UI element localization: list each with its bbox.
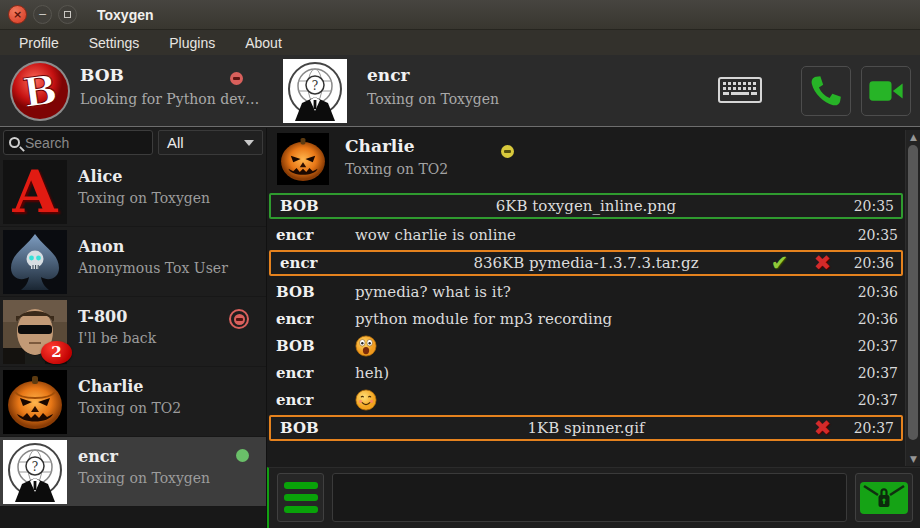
message-text: python module for mp3 recording: [355, 310, 851, 328]
message-time: 20:37: [851, 338, 905, 354]
search-row: All: [0, 128, 266, 157]
message-emoji: [355, 389, 851, 411]
svg-text:?: ?: [312, 79, 318, 93]
file-label: 6KB toxygen_inline.png: [271, 195, 901, 217]
search-icon: [9, 137, 20, 148]
contact-status-message: I'll be back: [78, 330, 156, 346]
chat-contact-card[interactable]: Charlie Toxing on TO2: [269, 131, 904, 187]
peer-header: ? encr Toxing on Toxygen: [267, 55, 920, 126]
unread-count-badge: 2: [41, 341, 72, 364]
message-row: BOB pymedia? what is it? 20:36: [267, 278, 905, 305]
phone-icon: [809, 74, 843, 108]
message-row: encr 20:37: [267, 386, 905, 413]
search-box[interactable]: [3, 130, 153, 155]
chat-card-away-status-icon: [501, 145, 514, 158]
message-sender: encr: [267, 391, 355, 409]
maximize-icon[interactable]: [58, 5, 77, 24]
message-text: wow charlie is online: [355, 226, 851, 244]
file-label: 1KB spinner.gif: [271, 417, 901, 439]
message-time: 20:36: [851, 311, 905, 327]
self-name: BOB: [80, 65, 124, 85]
svg-text:?: ?: [32, 460, 38, 474]
decline-file-icon[interactable]: ✖: [813, 251, 831, 275]
chat-card-name: Charlie: [345, 136, 415, 156]
screen-keyboard-icon[interactable]: [718, 77, 762, 107]
send-button[interactable]: [855, 473, 913, 522]
chat-scrollbar[interactable]: ▲ ▼: [905, 130, 920, 466]
menu-profile[interactable]: Profile: [4, 35, 74, 51]
minimize-icon[interactable]: −: [33, 5, 52, 24]
menu-bar-icon: [284, 506, 318, 513]
message-sender: encr: [267, 364, 355, 382]
emoji-astonished-icon: [355, 335, 377, 357]
file-transfer-row: 836KB pymedia-1.3.7.3.tar.gz encr ✔ ✖ 20…: [269, 250, 903, 276]
message-sender: BOB: [267, 337, 355, 355]
window-title: Toxygen: [97, 7, 154, 23]
online-status-icon: [236, 449, 249, 462]
message-list: 6KB toxygen_inline.png BOB 20:35 encr wo…: [267, 191, 905, 443]
self-avatar: B: [8, 59, 72, 123]
message-sender: BOB: [267, 283, 355, 301]
contact-row-encr[interactable]: ? encr Toxing on Toxygen: [0, 437, 266, 507]
message-sender: encr: [267, 310, 355, 328]
encrypted-send-icon: [858, 478, 910, 518]
contact-row-t800[interactable]: T-800 I'll be back 2: [0, 297, 266, 367]
contact-status-message: Toxing on Toxygen: [78, 190, 210, 206]
chat-card-avatar: [277, 133, 329, 185]
scroll-down-icon[interactable]: ▼: [906, 452, 920, 466]
scroll-up-icon[interactable]: ▲: [906, 130, 920, 144]
contact-status-message: Anonymous Tox User: [78, 260, 228, 276]
message-row: BOB 20:37: [267, 332, 905, 359]
attachment-menu-button[interactable]: [277, 473, 324, 522]
message-row: encr wow charlie is online 20:35: [267, 221, 905, 248]
message-input[interactable]: [332, 473, 847, 522]
video-call-button[interactable]: [861, 66, 911, 116]
contact-name: Anon: [78, 237, 124, 256]
menu-plugins[interactable]: Plugins: [154, 35, 230, 51]
message-sender: encr: [267, 226, 355, 244]
close-icon[interactable]: ×: [8, 5, 27, 24]
contact-name: encr: [78, 447, 118, 466]
header-row: B BOB Looking for Python dev…: [0, 55, 920, 127]
message-time: 20:36: [851, 284, 905, 300]
message-row: encr python module for mp3 recording 20:…: [267, 305, 905, 332]
contact-filter-dropdown[interactable]: All: [158, 130, 263, 155]
chevron-down-icon: [244, 140, 254, 146]
contact-row-alice[interactable]: A Alice Toxing on Toxygen: [0, 157, 266, 227]
svg-text:B: B: [20, 65, 60, 116]
busy-status-icon: [229, 309, 249, 329]
self-busy-status-icon[interactable]: [230, 72, 243, 85]
title-bar: × − Toxygen: [0, 0, 920, 30]
message-emoji: [355, 335, 851, 357]
menu-bar-icon: [284, 494, 318, 501]
cancel-file-icon[interactable]: ✖: [813, 416, 831, 440]
video-camera-icon: [868, 76, 904, 106]
self-profile[interactable]: B BOB Looking for Python dev…: [0, 55, 267, 126]
app-window: × − Toxygen Profile Settings Plugins Abo…: [0, 0, 920, 528]
message-text: heh): [355, 364, 851, 382]
sidebar-filler: [0, 507, 266, 528]
contact-filter-value: All: [167, 134, 184, 151]
contact-name: Charlie: [78, 377, 144, 396]
menu-bar: Profile Settings Plugins About: [0, 30, 920, 55]
menu-bar-icon: [284, 482, 318, 489]
contacts-sidebar: All A Alice Toxing on Toxygen: [0, 128, 267, 528]
search-input[interactable]: [25, 135, 147, 151]
contact-status-message: Toxing on Toxygen: [78, 470, 210, 486]
alice-avatar: A: [3, 160, 67, 224]
message-text: pymedia? what is it?: [355, 283, 851, 301]
audio-call-button[interactable]: [801, 66, 851, 116]
menu-settings[interactable]: Settings: [74, 35, 155, 51]
message-composer: [267, 467, 920, 528]
message-time: 20:37: [851, 392, 905, 408]
contact-name: Alice: [78, 167, 123, 186]
accept-file-icon[interactable]: ✔: [771, 251, 789, 275]
file-transfer-row: 6KB toxygen_inline.png BOB 20:35: [269, 193, 903, 219]
chat-card-status-message: Toxing on TO2: [345, 161, 448, 177]
scrollbar-thumb[interactable]: [908, 145, 918, 440]
contact-row-anon[interactable]: Anon Anonymous Tox User: [0, 227, 266, 297]
message-row: encr heh) 20:37: [267, 359, 905, 386]
contact-row-charlie[interactable]: Charlie Toxing on TO2: [0, 367, 266, 437]
charlie-avatar: [3, 370, 67, 434]
menu-about[interactable]: About: [230, 35, 297, 51]
